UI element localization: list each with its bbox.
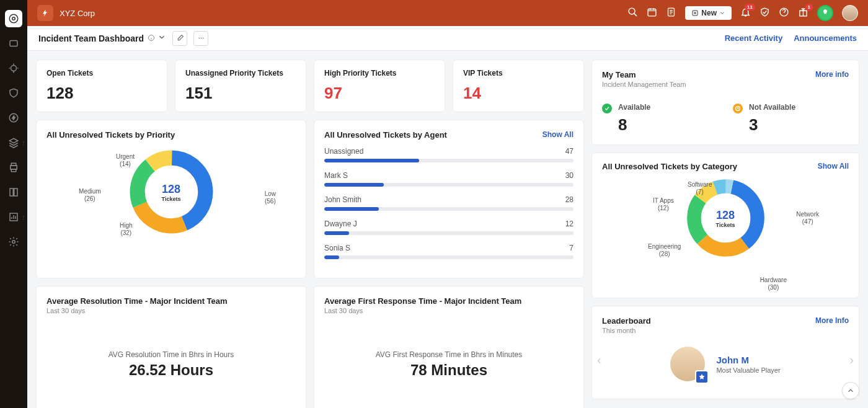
svg-point-18: [200, 38, 202, 39]
svg-rect-11: [648, 9, 656, 16]
agent-bar: [324, 231, 574, 235]
search-icon[interactable]: [627, 7, 638, 20]
sidebar-item-print[interactable]: [5, 159, 22, 176]
bell-badge: 11: [745, 4, 755, 11]
more-button[interactable]: [193, 31, 208, 46]
stats-row: Open Tickets128Unassigned Priority Ticke…: [36, 60, 584, 112]
svg-rect-2: [10, 41, 17, 47]
sidebar-item-layers[interactable]: ⋮: [5, 134, 22, 151]
sidebar-item-bolt[interactable]: [5, 109, 22, 126]
resolution-card: Average Resolution Time - Major Incident…: [36, 286, 306, 408]
mvp-badge-icon: [695, 370, 709, 384]
agent-bar: [324, 255, 574, 259]
svg-point-1: [12, 17, 16, 20]
stat-card[interactable]: VIP Tickets14: [453, 60, 584, 112]
scroll-top-button[interactable]: [842, 382, 859, 399]
sidebar-item-shield[interactable]: [5, 84, 22, 102]
agent-card-title: All Unresolved Tickets by Agent: [324, 130, 574, 140]
cat-label-engineering: Engineering(28): [648, 243, 681, 258]
leader-title: Leaderboard: [602, 316, 849, 326]
stat-card[interactable]: High Priority Tickets97: [314, 60, 445, 112]
donut-label-high: High(32): [120, 222, 133, 237]
header: XYZ Corp New 11 1: [27, 0, 868, 26]
team-more-info[interactable]: More info: [815, 70, 849, 79]
agent-count: 30: [565, 171, 574, 180]
response-sub: Last 30 days: [324, 307, 574, 314]
org-avatar[interactable]: [817, 5, 833, 21]
sidebar-item-book[interactable]: [5, 184, 22, 201]
leader-name: John M: [716, 355, 780, 365]
svg-rect-6: [11, 163, 16, 166]
donut-label-urgent: Urgent(14): [116, 153, 135, 168]
agent-bar: [324, 207, 574, 211]
calendar-icon[interactable]: [647, 7, 657, 20]
bell-icon[interactable]: 11: [740, 7, 751, 20]
stat-value: 97: [324, 84, 435, 103]
agent-row: Sonia S7: [324, 244, 574, 259]
agent-row: John Smith28: [324, 195, 574, 211]
check-shield-icon[interactable]: [760, 7, 770, 20]
resolution-sub: Last 30 days: [46, 307, 296, 314]
available-label: Available: [618, 103, 650, 112]
agent-count: 7: [569, 244, 574, 252]
help-icon[interactable]: [779, 7, 789, 20]
sidebar-item-reports[interactable]: ⋮: [5, 208, 22, 226]
sidebar-item-settings[interactable]: [5, 233, 22, 251]
svg-point-10: [629, 8, 635, 14]
agent-bar: [324, 159, 574, 162]
announcements-link[interactable]: Announcements: [794, 33, 857, 43]
response-metric-label: AVG First Response Time in Bhrs in Minut…: [324, 350, 574, 359]
edit-button[interactable]: [172, 31, 187, 46]
leader-more-info[interactable]: More Info: [815, 316, 849, 325]
stat-value: 14: [463, 84, 574, 103]
new-button[interactable]: New: [685, 6, 732, 20]
sidebar-item-dashboard[interactable]: [5, 10, 22, 27]
agent-count: 12: [565, 220, 574, 228]
svg-point-17: [198, 38, 200, 39]
available-icon: [602, 104, 612, 113]
agent-name: John Smith: [324, 195, 361, 204]
category-show-all[interactable]: Show All: [818, 162, 849, 171]
cat-label-software: Software(7): [688, 181, 712, 196]
stat-card[interactable]: Open Tickets128: [36, 60, 167, 112]
agent-row: Unassigned47: [324, 147, 574, 162]
priority-card-title: All Unresolved Tickets by Priority: [46, 130, 296, 140]
sidebar: ⋮ ⋮: [0, 0, 27, 408]
team-card: More info My Team Incident Management Te…: [591, 60, 859, 145]
stat-label: Unassigned Priority Tickets: [185, 69, 296, 78]
agent-row: Dwayne J12: [324, 220, 574, 235]
user-avatar[interactable]: [842, 5, 858, 21]
sidebar-item-bug[interactable]: [5, 60, 22, 77]
notes-icon[interactable]: [666, 7, 676, 20]
svg-point-19: [203, 38, 204, 39]
agent-name: Unassigned: [324, 147, 363, 156]
priority-total-label: Tickets: [162, 195, 181, 202]
agent-show-all[interactable]: Show All: [542, 130, 574, 139]
svg-point-3: [11, 66, 17, 71]
agent-name: Sonia S: [324, 244, 350, 252]
gift-icon[interactable]: 1: [798, 7, 808, 20]
agent-card: Show All All Unresolved Tickets by Agent…: [314, 120, 584, 278]
agent-name: Dwayne J: [324, 220, 357, 228]
stat-label: VIP Tickets: [463, 69, 574, 78]
recent-activity-link[interactable]: Recent Activity: [725, 33, 782, 43]
leader-next[interactable]: ›: [849, 353, 854, 367]
leader-avatar: [670, 347, 705, 381]
priority-total: 128: [162, 182, 181, 195]
resolution-metric-value: 26.52 Hours: [46, 361, 296, 379]
agent-bar: [324, 183, 574, 187]
info-icon[interactable]: [148, 33, 155, 44]
subheader: Incident Team Dashboard Recent Activity …: [27, 26, 868, 51]
resolution-metric-label: AVG Resolution Time in Bhrs in Hours: [46, 350, 296, 359]
priority-donut: 128 Tickets: [126, 147, 216, 237]
title-dropdown[interactable]: [157, 33, 166, 44]
donut-label-medium: Medium(26): [79, 188, 101, 203]
leader-prev[interactable]: ‹: [597, 353, 601, 367]
svg-point-0: [9, 14, 18, 23]
agent-count: 47: [565, 147, 574, 156]
response-metric-value: 78 Minutes: [324, 361, 574, 379]
available-value: 8: [618, 115, 650, 135]
stat-card[interactable]: Unassigned Priority Tickets151: [175, 60, 306, 112]
sidebar-item-tickets[interactable]: [5, 35, 22, 52]
stat-value: 128: [46, 84, 157, 103]
